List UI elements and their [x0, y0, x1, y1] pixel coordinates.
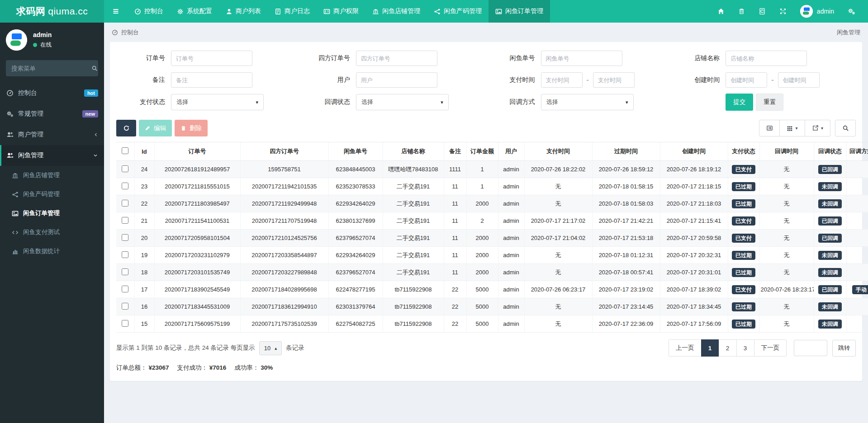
nav-item-xianyu-shop[interactable]: 闲鱼店铺管理	[365, 0, 427, 23]
row-checkbox[interactable]	[122, 165, 128, 172]
cell-expire-time: 2020-07-17 21:42:21	[592, 212, 660, 230]
navbar-user-menu[interactable]: admin	[800, 5, 834, 18]
order-no-input[interactable]	[171, 51, 252, 66]
breadcrumb-current[interactable]: 控制台	[121, 28, 139, 37]
clear-cache-icon[interactable]	[759, 8, 766, 15]
list-alt-icon	[766, 125, 773, 132]
dashboard-icon	[6, 89, 14, 97]
sidebar-subitem-xianyu-code[interactable]: 闲鱼产码管理	[0, 185, 104, 204]
cell-amount: 5000	[466, 315, 498, 333]
pay-time-end-input[interactable]	[593, 72, 635, 88]
delete-button[interactable]: 删除	[175, 120, 208, 136]
next-page-button[interactable]: 下一页	[754, 339, 787, 357]
cell-create-time: 2020-07-17 21:18:03	[660, 195, 728, 212]
nav-item-xianyu-code[interactable]: 闲鱼产码管理	[427, 0, 489, 23]
row-checkbox[interactable]	[122, 303, 128, 310]
sidebar-avatar[interactable]	[6, 29, 27, 51]
row-checkbox[interactable]	[122, 268, 128, 275]
row-checkbox[interactable]	[122, 217, 128, 224]
fullscreen-icon[interactable]	[779, 8, 787, 15]
sidebar-subitem-xianyu-paytest[interactable]: 闲鱼支付测试	[0, 223, 104, 242]
brand-logo[interactable]: 求码网 qiuma.cc	[0, 0, 104, 23]
sidebar-subitem-xianyu-order[interactable]: 闲鱼订单管理	[0, 204, 104, 223]
nav-item-console[interactable]: 控制台	[128, 0, 170, 23]
page-size-select[interactable]: 10 ▴	[259, 341, 282, 355]
sidebar-search-input[interactable]	[11, 65, 91, 72]
select-all-cell	[116, 142, 134, 161]
cell-remark: 22	[444, 315, 466, 333]
jump-page-input[interactable]	[794, 340, 827, 356]
sidebar-subitem-xianyu-stats[interactable]: 闲鱼数据统计	[0, 242, 104, 261]
edit-button[interactable]: 编辑	[139, 120, 172, 136]
cell-order-no: 20200717211541100531	[154, 212, 240, 230]
sidebar-subitem-xianyu-shop[interactable]: 闲鱼店铺管理	[0, 166, 104, 185]
sidebar-item-general[interactable]: 常规管理 new	[0, 103, 104, 124]
prev-page-button[interactable]: 上一页	[669, 339, 702, 357]
cell-create-time: 2020-07-17 20:32:31	[660, 247, 728, 264]
cell-pay-status: 已过期	[728, 195, 759, 212]
cell-create-time: 2020-07-26 18:19:12	[660, 161, 728, 178]
row-checkbox[interactable]	[122, 234, 128, 241]
row-checkbox[interactable]	[122, 251, 128, 258]
row-checkbox[interactable]	[122, 320, 128, 327]
page-button-2[interactable]: 2	[719, 339, 737, 357]
cell-order-no: 20200726181912489957	[154, 161, 240, 178]
trash-icon[interactable]	[738, 8, 745, 15]
sidebar-item-console[interactable]: 控制台 hot	[0, 83, 104, 103]
reset-button[interactable]: 重置	[756, 94, 783, 111]
page-button-3[interactable]: 3	[736, 339, 754, 357]
row-checkbox[interactable]	[122, 286, 128, 292]
columns-toggle-button[interactable]: ▾	[780, 120, 805, 136]
nav-item-merchant-perm[interactable]: 商户权限	[317, 0, 365, 23]
row-select-cell	[116, 247, 134, 264]
callback-status-badge: 未回调	[818, 268, 842, 277]
export-button[interactable]: ▾	[805, 120, 830, 136]
filter-fourth-order-no: 四方订单号	[301, 50, 486, 66]
row-checkbox[interactable]	[122, 183, 128, 189]
sidebar-item-merchant[interactable]: 商户管理	[0, 124, 104, 145]
settings-gears-icon[interactable]	[848, 8, 855, 15]
remark-input[interactable]	[171, 72, 252, 88]
create-time-end-input[interactable]	[778, 72, 820, 88]
pencil-icon	[145, 125, 151, 131]
nav-item-xianyu-order[interactable]: 闲鱼订单管理	[489, 0, 550, 23]
table-row: 19 20200717203231102979 2020071720335854…	[116, 247, 868, 264]
fourth-order-no-input[interactable]	[356, 51, 437, 66]
cell-user: admin	[498, 178, 524, 195]
cell-callback-method	[846, 298, 868, 315]
jump-button[interactable]: 跳转	[832, 340, 856, 357]
user-input[interactable]	[356, 72, 437, 88]
user-avatar	[800, 5, 813, 18]
detail-view-button[interactable]	[759, 120, 780, 136]
cell-create-time: 2020-07-17 17:56:09	[660, 315, 728, 333]
table-row: 23 20200717211815551015 2020071721194210…	[116, 178, 868, 195]
cell-order-no: 20200717183902545549	[154, 281, 240, 298]
cell-user: admin	[498, 212, 524, 230]
search-icon[interactable]	[91, 65, 98, 71]
sidebar-search[interactable]	[6, 60, 98, 76]
nav-item-system-config[interactable]: 系统配置	[170, 0, 219, 23]
callback-status-select[interactable]: 选择 ▾	[356, 94, 449, 110]
bank-icon	[12, 172, 19, 179]
pay-time-start-input[interactable]	[541, 72, 583, 88]
pay-status-select[interactable]: 选择 ▾	[171, 94, 264, 110]
submit-button[interactable]: 提交	[726, 94, 753, 111]
cell-callback-time: 无	[759, 178, 814, 195]
shop-name-input[interactable]	[726, 51, 807, 66]
create-time-start-input[interactable]	[726, 72, 767, 88]
sidebar-toggle-button[interactable]	[104, 0, 128, 23]
cell-remark: 22	[444, 281, 466, 298]
xianyu-no-input[interactable]	[541, 51, 622, 66]
sidebar-item-xianyu[interactable]: 闲鱼管理	[0, 145, 104, 166]
cell-amount: 2000	[466, 264, 498, 281]
home-icon[interactable]	[717, 8, 725, 15]
table-search-button[interactable]	[835, 120, 856, 136]
refresh-button[interactable]	[116, 120, 136, 136]
row-checkbox[interactable]	[122, 200, 128, 207]
select-all-checkbox[interactable]	[122, 147, 128, 154]
nav-item-merchant-log[interactable]: 商户日志	[268, 0, 317, 23]
page-button-1[interactable]: 1	[701, 339, 719, 357]
callback-status-badge: 未回调	[818, 182, 842, 191]
callback-method-select[interactable]: 选择 ▾	[541, 94, 634, 110]
nav-item-merchant-list[interactable]: 商户列表	[219, 0, 268, 23]
